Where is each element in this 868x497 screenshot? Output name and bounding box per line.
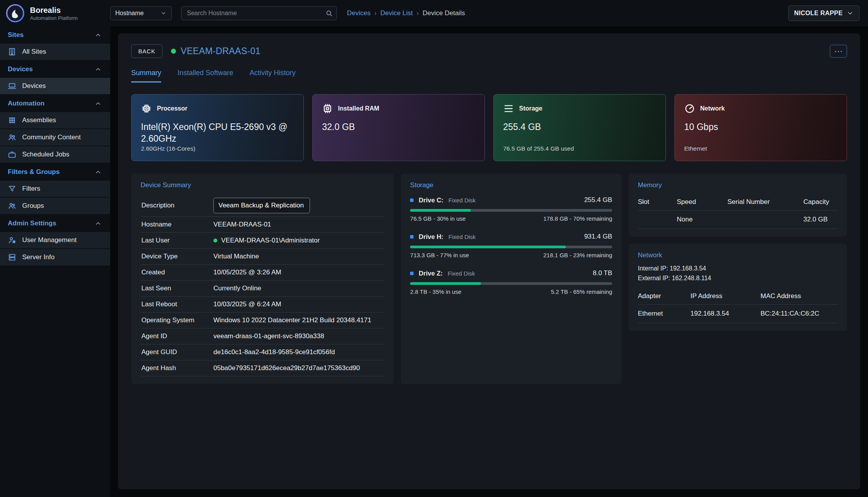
- last-user-value: VEEAM-DRAAS-01\Administrator: [221, 237, 320, 244]
- drive-bullet-icon: [410, 272, 414, 275]
- row-label: Agent GUID: [141, 348, 213, 356]
- memory-cell-slot: [638, 211, 677, 229]
- sidebar-section-sites[interactable]: Sites: [0, 26, 110, 44]
- drive-c: Drive C: Fixed Disk 255.4 GB 76.5 GB - 3…: [410, 196, 612, 222]
- people-icon: [8, 133, 16, 142]
- drive-type: Fixed Disk: [449, 197, 476, 204]
- sidebar-item-label: User Management: [22, 236, 77, 244]
- row-value: VEEAM-DRAAS-01\Administrator: [213, 237, 320, 244]
- drive-remaining-text: 218.1 GB - 23% remaining: [543, 252, 612, 258]
- brand-subtitle: Automation Platform: [30, 15, 77, 21]
- drive-used-text: 76.5 GB - 30% in use: [410, 215, 466, 222]
- card-subtext: Ethernet: [684, 145, 837, 152]
- sidebar-item-filters[interactable]: Filters: [0, 181, 110, 198]
- drive-bullet-icon: [410, 198, 414, 202]
- row-value: 05ba0e7935171d626ecea29b27d7ae175363cd90: [213, 364, 360, 372]
- brand: Borealis Automation Platform: [0, 4, 110, 23]
- tab-summary[interactable]: Summary: [131, 69, 161, 83]
- tab-installed-software[interactable]: Installed Software: [178, 69, 233, 83]
- memory-panel: Memory Slot Speed Serial Number Capacity…: [629, 174, 847, 237]
- drive-name: Drive H:: [419, 233, 443, 241]
- page-title: VEEAM-DRAAS-01: [181, 46, 261, 56]
- chevron-down-icon: [847, 10, 854, 17]
- sidebar-item-server-info[interactable]: Server Info: [0, 249, 110, 266]
- sidebar-item-user-management[interactable]: User Management: [0, 232, 110, 249]
- column-header: Serial Number: [727, 193, 803, 211]
- network-gauge-icon: [684, 103, 695, 114]
- building-icon: [8, 47, 16, 56]
- summary-row-operating-system: Operating System Windows 10 2022 Datacen…: [141, 313, 384, 328]
- sidebar-item-scheduled-jobs[interactable]: Scheduled Jobs: [0, 146, 110, 163]
- sidebar-item-community-content[interactable]: Community Content: [0, 129, 110, 146]
- breadcrumb-device-list[interactable]: Device List: [380, 9, 413, 17]
- groups-icon: [8, 202, 16, 210]
- more-options-button[interactable]: ⋯: [830, 45, 847, 58]
- page-header: BACK VEEAM-DRAAS-01 ⋯: [131, 44, 847, 58]
- sidebar: Sites All Sites Devices Devices Automati…: [0, 26, 110, 497]
- sidebar-item-groups[interactable]: Groups: [0, 198, 110, 215]
- row-label: Operating System: [141, 316, 213, 324]
- sidebar-item-devices[interactable]: Devices: [0, 78, 110, 95]
- search-input[interactable]: [181, 6, 337, 20]
- sidebar-section-admin-settings[interactable]: Admin Settings: [0, 215, 110, 232]
- storage-panel-title: Storage: [410, 181, 612, 189]
- drive-size: 255.4 GB: [584, 196, 612, 204]
- description-input[interactable]: [213, 198, 310, 213]
- section-label: Admin Settings: [8, 220, 56, 227]
- detail-grid: Device Summary Description Hostname VEEA…: [131, 174, 847, 384]
- cpu-icon: [141, 103, 152, 114]
- network-panel-title: Network: [638, 251, 838, 259]
- card-title: Processor: [157, 105, 187, 112]
- column-header: Capacity: [803, 193, 838, 211]
- device-summary-title: Device Summary: [141, 181, 384, 189]
- summary-row-hostname: Hostname VEEAM-DRAAS-01: [141, 217, 384, 233]
- section-label: Automation: [8, 100, 44, 107]
- chevron-up-icon: [95, 66, 102, 73]
- drive-used-text: 2.8 TB - 35% in use: [410, 288, 461, 295]
- row-value: de16c0c1-8aa2-4d18-9585-9ce91cf056fd: [213, 348, 335, 356]
- memory-cell-capacity: 32.0 GB: [803, 211, 838, 229]
- tab-activity-history[interactable]: Activity History: [250, 69, 296, 83]
- drive-size: 931.4 GB: [584, 233, 612, 241]
- right-column: Memory Slot Speed Serial Number Capacity…: [629, 174, 847, 384]
- online-status-dot: [213, 239, 217, 242]
- card-value: Intel(R) Xeon(R) CPU E5-2690 v3 @ 2.60GH…: [141, 121, 294, 145]
- chevron-up-icon: [95, 100, 102, 107]
- storage-stack-icon: [503, 103, 514, 114]
- card-title: Storage: [519, 105, 542, 112]
- row-label: Last Seen: [141, 285, 213, 292]
- column-header: Speed: [677, 193, 727, 211]
- drive-bullet-icon: [410, 235, 414, 239]
- filter-icon: [8, 184, 16, 193]
- sidebar-item-assemblies[interactable]: Assemblies: [0, 112, 110, 129]
- drive-remaining-text: 178.8 GB - 70% remaining: [543, 215, 612, 222]
- brand-text: Borealis Automation Platform: [30, 6, 77, 21]
- search-icon: [325, 9, 333, 17]
- internal-ip: Internal IP: 192.168.3.54: [638, 264, 838, 274]
- sidebar-section-devices[interactable]: Devices: [0, 61, 110, 78]
- card-title: Network: [700, 105, 725, 112]
- network-panel: Network Internal IP: 192.168.3.54 Extern…: [629, 244, 847, 331]
- grid-icon: [8, 116, 16, 125]
- row-value: Windows 10 2022 Datacenter 21H2 Build 20…: [213, 316, 371, 324]
- sidebar-item-label: Server Info: [22, 253, 55, 261]
- drive-z: Drive Z: Fixed Disk 8.0 TB 2.8 TB - 35% …: [410, 269, 612, 295]
- sidebar-section-automation[interactable]: Automation: [0, 95, 110, 112]
- tab-bar: Summary Installed Software Activity Hist…: [131, 69, 847, 83]
- hostname-filter-select[interactable]: Hostname: [110, 6, 172, 20]
- row-value: 10/03/2025 @ 6:24 AM: [213, 300, 281, 308]
- row-label: Description: [141, 202, 213, 209]
- server-icon: [8, 253, 16, 262]
- breadcrumb-devices[interactable]: Devices: [347, 9, 370, 17]
- breadcrumb-device-details: Device Details: [423, 9, 465, 17]
- back-button[interactable]: BACK: [131, 44, 162, 58]
- row-label: Agent ID: [141, 332, 213, 340]
- sidebar-section-filters-groups[interactable]: Filters & Groups: [0, 163, 110, 181]
- user-menu-button[interactable]: NICOLE RAPPE: [788, 5, 859, 21]
- sidebar-item-label: All Sites: [22, 48, 46, 56]
- row-value: veeam-draas-01-agent-svc-8930a338: [213, 332, 324, 340]
- user-name: NICOLE RAPPE: [794, 10, 843, 17]
- breadcrumb: Devices › Device List › Device Details: [347, 9, 465, 17]
- memory-panel-title: Memory: [638, 181, 838, 189]
- sidebar-item-all-sites[interactable]: All Sites: [0, 44, 110, 61]
